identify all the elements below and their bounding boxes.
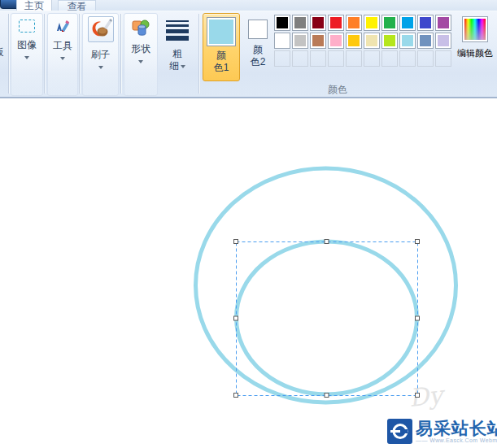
- paint-window: 主页 查看 板 图像 工具: [0, 0, 497, 448]
- selection-handle[interactable]: [325, 394, 329, 398]
- selection-handle[interactable]: [416, 394, 420, 398]
- selection-handle[interactable]: [416, 240, 420, 244]
- site-logo: 易采站长站 —— Www.Easck.Com Webmaster: [387, 419, 497, 444]
- logo-icon: [387, 419, 412, 444]
- drawing-canvas[interactable]: Dy: [0, 0, 497, 448]
- watermark-squiggle: Dy: [408, 380, 447, 412]
- selection-handle[interactable]: [234, 240, 238, 244]
- selection-handle[interactable]: [325, 240, 329, 244]
- drawn-ellipse-inner[interactable]: [237, 241, 417, 394]
- logo-title: 易采站长站: [416, 420, 497, 437]
- selection-handle[interactable]: [234, 316, 238, 320]
- selection-handle[interactable]: [234, 394, 238, 398]
- logo-subtitle: —— Www.Easck.Com Webmaster: [416, 437, 497, 443]
- drawn-ellipse-outer[interactable]: [196, 168, 456, 402]
- selection-handle[interactable]: [416, 316, 420, 320]
